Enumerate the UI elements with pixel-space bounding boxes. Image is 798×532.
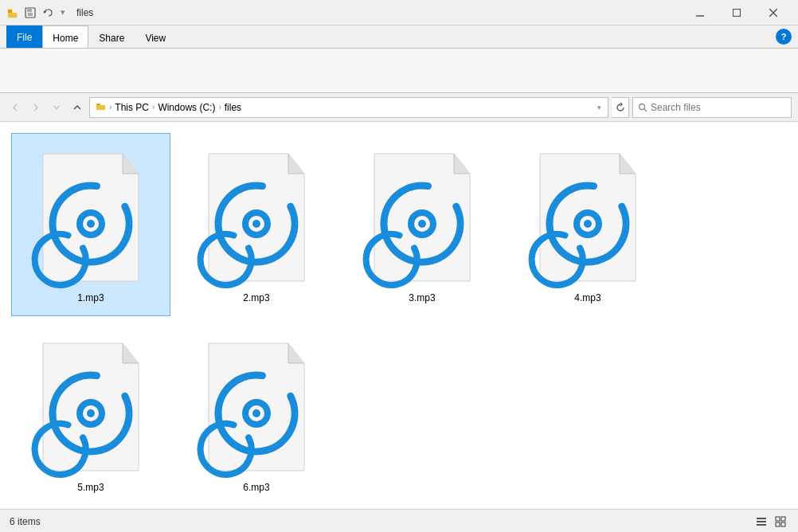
quick-save-icon[interactable] bbox=[24, 6, 37, 19]
forward-button[interactable] bbox=[27, 99, 45, 116]
title-bar-controls bbox=[682, 0, 792, 25]
tab-home[interactable]: Home bbox=[42, 25, 88, 48]
path-dropdown-icon[interactable]: ▾ bbox=[597, 104, 601, 111]
file-name: 6.mp3 bbox=[243, 482, 269, 493]
svg-rect-10 bbox=[96, 105, 105, 110]
title-bar-left: ▾ files bbox=[6, 6, 682, 19]
file-name: 3.mp3 bbox=[409, 292, 435, 303]
svg-rect-37 bbox=[757, 518, 766, 519]
ribbon: File Home Share View ? bbox=[0, 25, 798, 93]
svg-marker-18 bbox=[288, 154, 304, 174]
file-item[interactable]: 4.mp3 bbox=[508, 133, 667, 316]
breadcrumb-thispc[interactable]: This PC bbox=[115, 102, 149, 113]
svg-marker-34 bbox=[288, 343, 304, 363]
search-box[interactable] bbox=[632, 97, 792, 118]
search-icon bbox=[638, 103, 647, 112]
close-button[interactable] bbox=[755, 0, 792, 25]
svg-rect-3 bbox=[27, 8, 32, 12]
file-item[interactable]: 1.mp3 bbox=[11, 133, 170, 316]
file-icon bbox=[27, 335, 155, 479]
file-name: 1.mp3 bbox=[77, 292, 104, 303]
file-icon bbox=[524, 146, 651, 289]
tab-file[interactable]: File bbox=[6, 25, 42, 48]
svg-marker-26 bbox=[620, 154, 636, 174]
address-bar: › This PC › Windows (C:) › files ▾ bbox=[0, 93, 798, 122]
svg-rect-39 bbox=[757, 524, 766, 526]
svg-point-36 bbox=[252, 409, 260, 417]
address-path[interactable]: › This PC › Windows (C:) › files ▾ bbox=[89, 97, 608, 118]
svg-marker-30 bbox=[123, 343, 139, 363]
svg-point-16 bbox=[87, 220, 95, 228]
svg-rect-40 bbox=[776, 517, 780, 521]
file-icon bbox=[193, 335, 320, 479]
file-icon bbox=[193, 146, 320, 289]
svg-rect-6 bbox=[733, 9, 741, 16]
tab-view[interactable]: View bbox=[135, 27, 176, 48]
svg-rect-41 bbox=[781, 517, 785, 521]
quick-undo-icon[interactable] bbox=[41, 6, 54, 19]
app-icon bbox=[6, 6, 19, 19]
file-icon bbox=[358, 146, 486, 289]
title-bar: ▾ files bbox=[0, 0, 798, 25]
item-count: 6 items bbox=[10, 516, 41, 527]
svg-rect-42 bbox=[776, 522, 780, 526]
svg-rect-0 bbox=[8, 9, 12, 12]
path-sep-3: › bbox=[218, 103, 221, 111]
file-name: 4.mp3 bbox=[574, 292, 600, 303]
up-button[interactable] bbox=[68, 99, 86, 116]
file-item[interactable]: 6.mp3 bbox=[177, 323, 336, 506]
breadcrumb-windows[interactable]: Windows (C:) bbox=[158, 102, 215, 113]
svg-marker-14 bbox=[123, 154, 139, 174]
ribbon-content bbox=[0, 48, 798, 92]
folder-breadcrumb-icon bbox=[96, 101, 106, 113]
main-area: 1.mp32.mp33.mp34.mp35.mp36.mp3 bbox=[0, 122, 798, 509]
svg-point-24 bbox=[418, 220, 426, 228]
svg-point-20 bbox=[252, 220, 260, 228]
file-item[interactable]: 3.mp3 bbox=[342, 133, 502, 316]
file-name: 2.mp3 bbox=[243, 292, 269, 303]
breadcrumb-files[interactable]: files bbox=[225, 102, 241, 113]
search-input[interactable] bbox=[651, 102, 786, 113]
svg-rect-4 bbox=[28, 13, 33, 16]
maximize-button[interactable] bbox=[718, 0, 755, 25]
help-button[interactable]: ? bbox=[776, 29, 792, 45]
file-item[interactable]: 5.mp3 bbox=[11, 323, 170, 506]
svg-rect-43 bbox=[781, 522, 785, 526]
svg-rect-38 bbox=[757, 521, 766, 522]
svg-point-32 bbox=[87, 409, 95, 417]
file-content: 1.mp32.mp33.mp34.mp35.mp36.mp3 bbox=[0, 122, 798, 509]
refresh-button[interactable] bbox=[612, 97, 629, 118]
svg-point-28 bbox=[584, 220, 592, 228]
status-bar: 6 items bbox=[0, 509, 798, 532]
svg-point-11 bbox=[640, 104, 645, 109]
tab-share[interactable]: Share bbox=[88, 27, 135, 48]
back-button[interactable] bbox=[6, 99, 24, 116]
view-details-button[interactable] bbox=[753, 514, 769, 530]
file-icon bbox=[27, 146, 155, 289]
status-right bbox=[753, 514, 788, 530]
path-sep-2: › bbox=[152, 103, 155, 111]
path-sep-1: › bbox=[109, 103, 111, 111]
file-name: 5.mp3 bbox=[77, 482, 104, 493]
svg-rect-1 bbox=[8, 13, 17, 18]
view-large-icons-button[interactable] bbox=[773, 514, 788, 530]
svg-marker-22 bbox=[454, 154, 470, 174]
file-item[interactable]: 2.mp3 bbox=[177, 133, 336, 316]
minimize-button[interactable] bbox=[682, 0, 718, 25]
dropdown-button[interactable] bbox=[48, 99, 65, 116]
window-title: files bbox=[76, 7, 93, 18]
ribbon-tabs: File Home Share View ? bbox=[0, 25, 798, 48]
svg-line-12 bbox=[644, 108, 647, 111]
